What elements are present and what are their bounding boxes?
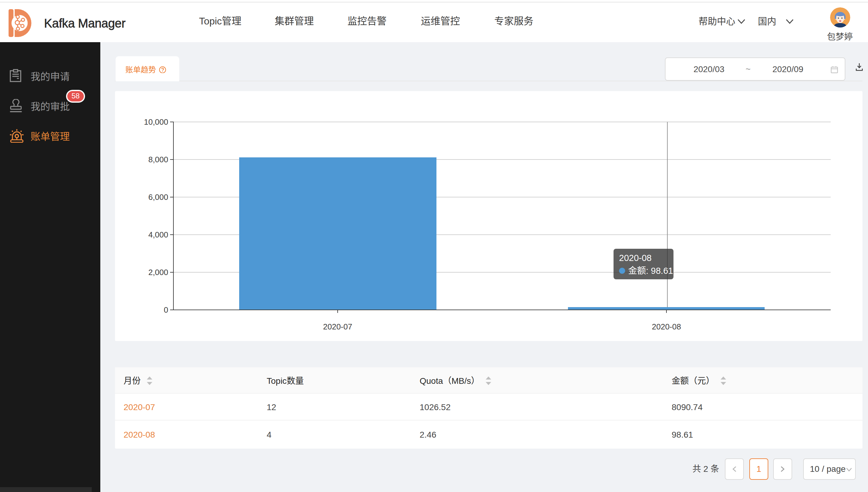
svg-text:2,000: 2,000 xyxy=(148,268,168,277)
svg-text:2020-08: 2020-08 xyxy=(652,322,681,331)
svg-text:4,000: 4,000 xyxy=(148,230,168,239)
svg-text:0: 0 xyxy=(164,305,168,315)
svg-text:2020-07: 2020-07 xyxy=(323,322,352,331)
svg-text:6,000: 6,000 xyxy=(148,193,168,202)
svg-text:8,000: 8,000 xyxy=(148,155,168,164)
svg-text:10,000: 10,000 xyxy=(144,117,168,126)
